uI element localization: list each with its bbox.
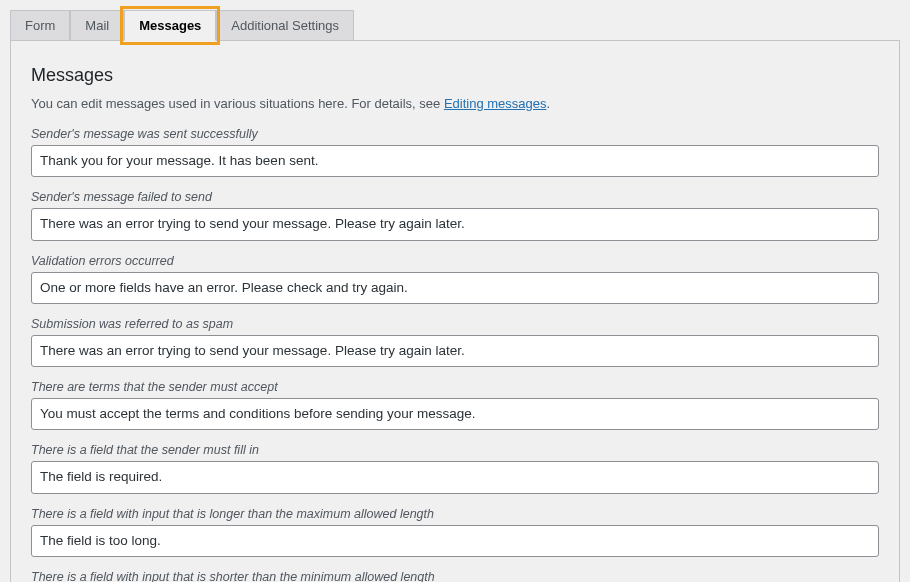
tab-additional-settings[interactable]: Additional Settings bbox=[216, 10, 354, 41]
field-too-short: There is a field with input that is shor… bbox=[31, 570, 879, 582]
help-text-before: You can edit messages used in various si… bbox=[31, 96, 444, 111]
label-too-long: There is a field with input that is long… bbox=[31, 507, 879, 521]
tabs-bar: Form Mail Messages Additional Settings bbox=[10, 10, 900, 41]
input-sent-ok[interactable] bbox=[31, 145, 879, 177]
tab-messages[interactable]: Messages bbox=[124, 10, 216, 41]
field-validation: Validation errors occurred bbox=[31, 254, 879, 304]
help-text: You can edit messages used in various si… bbox=[31, 96, 879, 111]
field-terms: There are terms that the sender must acc… bbox=[31, 380, 879, 430]
input-sent-ng[interactable] bbox=[31, 208, 879, 240]
editing-messages-link[interactable]: Editing messages bbox=[444, 96, 547, 111]
panel-heading: Messages bbox=[31, 65, 879, 86]
messages-panel: Messages You can edit messages used in v… bbox=[10, 40, 900, 582]
help-text-after: . bbox=[547, 96, 551, 111]
input-required[interactable] bbox=[31, 461, 879, 493]
label-sent-ng: Sender's message failed to send bbox=[31, 190, 879, 204]
tab-mail[interactable]: Mail bbox=[70, 10, 124, 41]
input-terms[interactable] bbox=[31, 398, 879, 430]
label-validation: Validation errors occurred bbox=[31, 254, 879, 268]
field-sent-ng: Sender's message failed to send bbox=[31, 190, 879, 240]
label-spam: Submission was referred to as spam bbox=[31, 317, 879, 331]
input-too-long[interactable] bbox=[31, 525, 879, 557]
field-required: There is a field that the sender must fi… bbox=[31, 443, 879, 493]
field-too-long: There is a field with input that is long… bbox=[31, 507, 879, 557]
label-sent-ok: Sender's message was sent successfully bbox=[31, 127, 879, 141]
tab-form[interactable]: Form bbox=[10, 10, 70, 41]
label-required: There is a field that the sender must fi… bbox=[31, 443, 879, 457]
label-terms: There are terms that the sender must acc… bbox=[31, 380, 879, 394]
field-spam: Submission was referred to as spam bbox=[31, 317, 879, 367]
field-sent-ok: Sender's message was sent successfully bbox=[31, 127, 879, 177]
input-spam[interactable] bbox=[31, 335, 879, 367]
input-validation[interactable] bbox=[31, 272, 879, 304]
label-too-short: There is a field with input that is shor… bbox=[31, 570, 879, 582]
